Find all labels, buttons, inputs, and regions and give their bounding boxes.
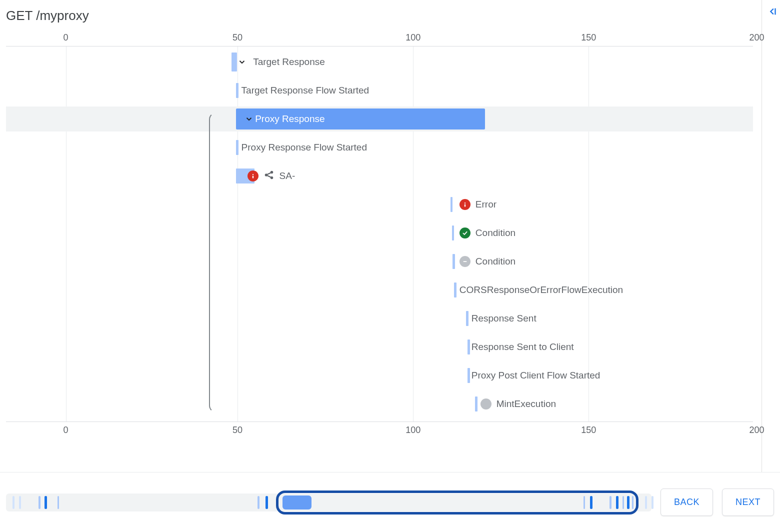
axis-tick: 0 [64, 32, 68, 43]
axis-tick: 100 [406, 425, 420, 436]
row-content: Condition [460, 220, 516, 246]
row-label: Target Response Flow Started [242, 85, 370, 96]
timeline-row-sa[interactable]: SA- [6, 164, 753, 188]
svg-point-4 [270, 171, 273, 174]
row-label: Error [476, 199, 496, 210]
axis-tick: 0 [64, 425, 68, 436]
page-title: GET /myproxy [6, 8, 768, 24]
row-label: Target Response [253, 56, 325, 68]
minimap-tick [12, 496, 14, 509]
axis-bottom: 050100150200 [6, 422, 753, 436]
minimap-tick [652, 496, 654, 509]
row-label: Response Sent [472, 313, 536, 324]
event-bar[interactable] [452, 226, 454, 240]
timeline-row-condition-gray[interactable]: Condition [6, 249, 753, 274]
axis-tick: 50 [232, 32, 242, 43]
event-bar[interactable] [450, 197, 452, 212]
row-content: Response Sent [472, 306, 536, 331]
row-label: Proxy Response Flow Started [242, 142, 367, 153]
axis-tick: 200 [749, 425, 764, 436]
axis-top: 050100150200 [6, 32, 753, 46]
minimap-tick [38, 496, 40, 509]
timeline-row-condition-ok[interactable]: Condition [6, 220, 753, 246]
minimap-tick [266, 496, 268, 509]
minimap-tick [58, 496, 59, 509]
svg-point-5 [270, 176, 273, 180]
row-label: Proxy Response [255, 114, 324, 124]
dot-icon [480, 398, 492, 410]
event-bar[interactable] [468, 340, 470, 354]
row-label: MintExecution [496, 398, 556, 410]
chevron-down-icon[interactable] [236, 56, 248, 68]
axis-tick: 150 [581, 425, 596, 436]
selected-span[interactable]: Proxy Response [236, 108, 485, 130]
footer: BACK NEXT [0, 472, 780, 532]
row-content: Target Response [236, 50, 325, 74]
timeline-row-proxy-response-flow-started[interactable]: Proxy Response Flow Started [6, 135, 753, 160]
minimap-tick [44, 496, 47, 509]
minimap-viewport[interactable] [276, 490, 639, 514]
timeline-row-response-sent[interactable]: Response Sent [6, 306, 753, 331]
row-label: CORSResponseOrErrorFlowExecution [460, 284, 623, 296]
row-content: Error [460, 192, 496, 217]
event-bar[interactable] [454, 282, 456, 298]
timeline-row-proxy-post-client[interactable]: Proxy Post Client Flow Started [6, 363, 753, 388]
svg-point-1 [252, 174, 253, 175]
svg-rect-7 [464, 204, 466, 206]
row-label: SA- [280, 170, 296, 182]
minimap-tick [19, 496, 21, 509]
event-bar[interactable] [475, 396, 477, 412]
row-content: Proxy Post Client Flow Started [472, 363, 600, 388]
svg-point-6 [464, 202, 466, 204]
svg-rect-2 [252, 176, 253, 178]
minimap[interactable] [6, 494, 652, 512]
timeline-row-target-response-flow-started[interactable]: Target Response Flow Started [6, 78, 753, 103]
back-button[interactable]: BACK [660, 488, 713, 516]
axis-tick: 100 [406, 32, 420, 43]
row-label: Condition [476, 228, 516, 238]
timeline-row-target-response[interactable]: Target Response [6, 50, 753, 74]
axis-tick: 150 [581, 32, 596, 43]
svg-rect-8 [463, 261, 466, 262]
event-bar[interactable] [236, 140, 238, 155]
axis-tick: 50 [232, 425, 242, 436]
row-content: Condition [460, 249, 516, 274]
event-bar[interactable] [236, 83, 238, 98]
row-content: Target Response Flow Started [242, 78, 370, 103]
chevron-down-icon[interactable] [243, 113, 255, 125]
dash-icon [460, 256, 470, 267]
row-content: Proxy Response Flow Started [242, 135, 367, 160]
axis-tick: 200 [749, 32, 764, 43]
row-label: Condition [476, 256, 516, 267]
flow-share-icon [264, 170, 274, 182]
check-icon [460, 228, 470, 238]
row-content: SA- [248, 164, 296, 188]
row-content: MintExecution [480, 392, 556, 416]
row-content: Response Sent to Client [472, 334, 574, 360]
timeline-row-mint-execution[interactable]: MintExecution [6, 392, 753, 416]
svg-point-3 [264, 174, 268, 176]
timeline-row-response-sent-client[interactable]: Response Sent to Client [6, 334, 753, 360]
event-bar[interactable] [468, 368, 470, 383]
row-content: CORSResponseOrErrorFlowExecution [460, 278, 623, 302]
error-icon [460, 199, 470, 210]
event-bar[interactable] [452, 254, 454, 269]
timeline[interactable]: Target ResponseTarget Response Flow Star… [6, 46, 753, 422]
next-button[interactable]: NEXT [722, 488, 774, 516]
minimap-tick [258, 496, 260, 509]
minimap-tick [645, 496, 647, 509]
timeline-row-error[interactable]: Error [6, 192, 753, 217]
row-label: Proxy Post Client Flow Started [472, 370, 600, 381]
timeline-row-proxy-response[interactable]: Proxy Response [6, 106, 753, 132]
minimap-selection[interactable] [282, 496, 312, 510]
timeline-row-cors[interactable]: CORSResponseOrErrorFlowExecution [6, 278, 753, 302]
row-label: Response Sent to Client [472, 342, 574, 352]
span-bracket [209, 112, 224, 412]
event-bar[interactable] [466, 311, 468, 326]
error-icon [248, 170, 258, 182]
